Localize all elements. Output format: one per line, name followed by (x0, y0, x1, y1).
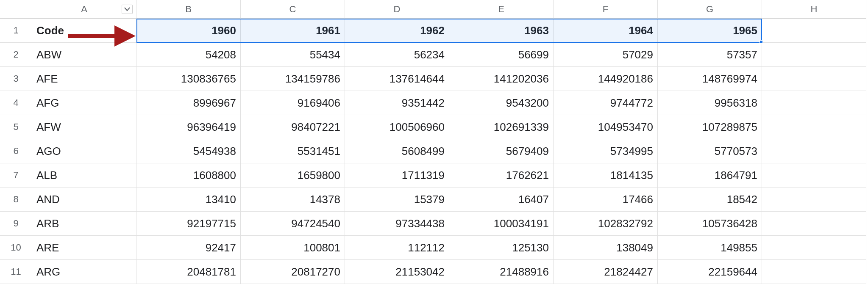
column-header-f[interactable]: F (554, 0, 658, 19)
cell-f11[interactable]: 21824427 (554, 260, 658, 284)
cell-c8[interactable]: 14378 (241, 187, 345, 212)
cell-g3[interactable]: 148769974 (658, 67, 762, 91)
row-header-2[interactable]: 2 (0, 43, 32, 67)
cell-c4[interactable]: 9169406 (241, 91, 345, 115)
cell-a9[interactable]: ARB (32, 212, 136, 236)
cell-c10[interactable]: 100801 (241, 236, 345, 260)
cell-a11[interactable]: ARG (32, 260, 136, 284)
cell-b2[interactable]: 54208 (136, 43, 241, 67)
cell-h11[interactable] (762, 260, 866, 284)
cell-c5[interactable]: 98407221 (241, 115, 345, 139)
cell-d4[interactable]: 9351442 (345, 91, 449, 115)
cell-c6[interactable]: 5531451 (241, 139, 345, 163)
cell-c1[interactable]: 1961 (241, 19, 345, 43)
cell-e2[interactable]: 56699 (449, 43, 554, 67)
cell-d3[interactable]: 137614644 (345, 67, 449, 91)
cell-a4[interactable]: AFG (32, 91, 136, 115)
row-header-1[interactable]: 1 (0, 19, 32, 43)
column-header-e[interactable]: E (449, 0, 554, 19)
column-header-d[interactable]: D (345, 0, 449, 19)
column-header-b[interactable]: B (136, 0, 241, 19)
cell-f7[interactable]: 1814135 (554, 163, 658, 187)
cell-h2[interactable] (762, 43, 866, 67)
cell-b7[interactable]: 1608800 (136, 163, 241, 187)
cell-b5[interactable]: 96396419 (136, 115, 241, 139)
column-header-c[interactable]: C (241, 0, 345, 19)
cell-h1[interactable] (762, 19, 866, 43)
cell-f10[interactable]: 138049 (554, 236, 658, 260)
cell-b3[interactable]: 130836765 (136, 67, 241, 91)
cell-d6[interactable]: 5608499 (345, 139, 449, 163)
cell-h6[interactable] (762, 139, 866, 163)
cell-f3[interactable]: 144920186 (554, 67, 658, 91)
corner-cell[interactable] (0, 0, 32, 19)
cell-f6[interactable]: 5734995 (554, 139, 658, 163)
cell-f9[interactable]: 102832792 (554, 212, 658, 236)
cell-g10[interactable]: 149855 (658, 236, 762, 260)
cell-f4[interactable]: 9744772 (554, 91, 658, 115)
cell-e7[interactable]: 1762621 (449, 163, 554, 187)
cell-d10[interactable]: 112112 (345, 236, 449, 260)
cell-e1[interactable]: 1963 (449, 19, 554, 43)
cell-h5[interactable] (762, 115, 866, 139)
cell-f1[interactable]: 1964 (554, 19, 658, 43)
row-header-8[interactable]: 8 (0, 187, 32, 212)
row-header-3[interactable]: 3 (0, 67, 32, 91)
cell-g8[interactable]: 18542 (658, 187, 762, 212)
cell-f2[interactable]: 57029 (554, 43, 658, 67)
cell-b4[interactable]: 8996967 (136, 91, 241, 115)
cell-c9[interactable]: 94724540 (241, 212, 345, 236)
cell-h4[interactable] (762, 91, 866, 115)
column-header-g[interactable]: G (658, 0, 762, 19)
cell-b6[interactable]: 5454938 (136, 139, 241, 163)
row-header-4[interactable]: 4 (0, 91, 32, 115)
cell-a8[interactable]: AND (32, 187, 136, 212)
cell-d8[interactable]: 15379 (345, 187, 449, 212)
filter-dropdown-icon[interactable] (122, 5, 133, 14)
cell-e3[interactable]: 141202036 (449, 67, 554, 91)
row-header-6[interactable]: 6 (0, 139, 32, 163)
column-header-a[interactable]: A (32, 0, 136, 19)
cell-h3[interactable] (762, 67, 866, 91)
cell-c2[interactable]: 55434 (241, 43, 345, 67)
cell-h9[interactable] (762, 212, 866, 236)
cell-a3[interactable]: AFE (32, 67, 136, 91)
cell-a5[interactable]: AFW (32, 115, 136, 139)
cell-h7[interactable] (762, 163, 866, 187)
cell-a10[interactable]: ARE (32, 236, 136, 260)
cell-d9[interactable]: 97334438 (345, 212, 449, 236)
row-header-5[interactable]: 5 (0, 115, 32, 139)
cell-c11[interactable]: 20817270 (241, 260, 345, 284)
cell-a6[interactable]: AGO (32, 139, 136, 163)
cell-b10[interactable]: 92417 (136, 236, 241, 260)
cell-g5[interactable]: 107289875 (658, 115, 762, 139)
cell-d2[interactable]: 56234 (345, 43, 449, 67)
cell-e9[interactable]: 100034191 (449, 212, 554, 236)
cell-h8[interactable] (762, 187, 866, 212)
row-header-7[interactable]: 7 (0, 163, 32, 187)
cell-g2[interactable]: 57357 (658, 43, 762, 67)
cell-a2[interactable]: ABW (32, 43, 136, 67)
cell-c3[interactable]: 134159786 (241, 67, 345, 91)
cell-f5[interactable]: 104953470 (554, 115, 658, 139)
cell-b8[interactable]: 13410 (136, 187, 241, 212)
cell-a7[interactable]: ALB (32, 163, 136, 187)
row-header-9[interactable]: 9 (0, 212, 32, 236)
cell-b9[interactable]: 92197715 (136, 212, 241, 236)
cell-e8[interactable]: 16407 (449, 187, 554, 212)
cell-d7[interactable]: 1711319 (345, 163, 449, 187)
cell-d5[interactable]: 100506960 (345, 115, 449, 139)
cell-g1[interactable]: 1965 (658, 19, 762, 43)
cell-h10[interactable] (762, 236, 866, 260)
cell-g4[interactable]: 9956318 (658, 91, 762, 115)
cell-e4[interactable]: 9543200 (449, 91, 554, 115)
cell-d1[interactable]: 1962 (345, 19, 449, 43)
row-header-11[interactable]: 11 (0, 260, 32, 284)
cell-e11[interactable]: 21488916 (449, 260, 554, 284)
cell-g7[interactable]: 1864791 (658, 163, 762, 187)
cell-e5[interactable]: 102691339 (449, 115, 554, 139)
column-header-h[interactable]: H (762, 0, 866, 19)
cell-g11[interactable]: 22159644 (658, 260, 762, 284)
row-header-10[interactable]: 10 (0, 236, 32, 260)
cell-e6[interactable]: 5679409 (449, 139, 554, 163)
